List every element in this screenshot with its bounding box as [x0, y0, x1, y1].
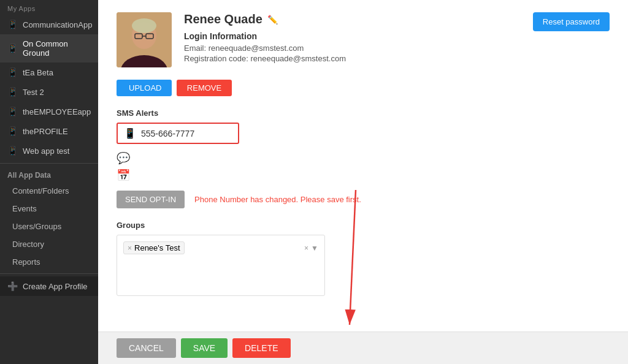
- all-app-data-label: All App Data: [0, 166, 98, 182]
- plus-icon: ➕: [7, 281, 18, 291]
- groups-select-inner: × Renee's Test × ▼: [121, 239, 321, 257]
- send-optin-area: SEND OPT-IN Phone Number has changed. Pl…: [117, 191, 610, 208]
- sidebar-sub-label: Directory: [12, 240, 44, 249]
- sidebar-divider: [0, 163, 98, 164]
- cancel-button[interactable]: CANCEL: [117, 338, 176, 358]
- registration-row: Registration code: reneequade@smstest.co…: [184, 54, 521, 63]
- sidebar-item-reports[interactable]: Reports: [0, 253, 98, 271]
- sidebar-divider-2: [0, 273, 98, 274]
- phone-icon-2: 📱: [7, 44, 18, 53]
- sidebar-item-label: On Common Ground: [23, 39, 91, 58]
- phone-icon-3: 📱: [7, 67, 18, 77]
- sidebar-sub-label: Reports: [12, 257, 40, 267]
- sidebar-item-test2[interactable]: 📱 Test 2: [0, 82, 98, 102]
- groups-dropdown-controls: × ▼: [304, 244, 318, 252]
- group-tag-label: Renee's Test: [134, 243, 180, 252]
- phone-icon-7: 📱: [7, 146, 18, 156]
- profile-info: Renee Quade ✏️ Login Information Email: …: [184, 12, 521, 64]
- svg-point-3: [132, 18, 156, 33]
- sidebar-item-tea-beta[interactable]: 📱 tEa Beta: [0, 63, 98, 82]
- sidebar-item-users-groups[interactable]: Users/Groups: [0, 218, 98, 235]
- sidebar-item-label: Web app test: [23, 146, 69, 156]
- sidebar-item-on-common-ground[interactable]: 📱 On Common Ground: [0, 34, 98, 63]
- groups-clear-icon[interactable]: ×: [304, 244, 308, 252]
- sidebar-item-label: theEMPLOYEEapp: [23, 107, 91, 116]
- phone-field-icon: 📱: [124, 127, 136, 139]
- phone-input[interactable]: [141, 129, 227, 138]
- phone-icon-6: 📱: [7, 126, 18, 136]
- save-button[interactable]: SAVE: [181, 338, 228, 358]
- email-row: Email: reneequade@smstest.com: [184, 44, 521, 53]
- avatar-svg: [117, 12, 172, 67]
- sms-alerts-label: SMS Alerts: [117, 108, 610, 118]
- edit-icon[interactable]: ✏️: [267, 15, 278, 25]
- phone-input-wrapper: 📱: [117, 123, 239, 144]
- profile-name-row: Renee Quade ✏️: [184, 12, 521, 26]
- sidebar: My Apps 📱 CommunicationApp 📱 On Common G…: [0, 0, 98, 364]
- sidebar-item-communicationapp[interactable]: 📱 CommunicationApp: [0, 15, 98, 34]
- sidebar-item-events[interactable]: Events: [0, 200, 98, 218]
- bottom-actions: CANCEL SAVE DELETE: [98, 332, 628, 364]
- profile-header: Renee Quade ✏️ Login Information Email: …: [117, 12, 610, 67]
- groups-tags-container: × Renee's Test: [123, 241, 185, 254]
- sms-extra-icons: 💬 📅: [117, 151, 610, 182]
- upload-button[interactable]: UPLOAD: [117, 80, 172, 96]
- sidebar-item-directory[interactable]: Directory: [0, 235, 98, 253]
- send-optin-button[interactable]: SEND OPT-IN: [117, 191, 185, 208]
- login-info-title: Login Information: [184, 31, 521, 41]
- sidebar-item-employee-app[interactable]: 📱 theEMPLOYEEapp: [0, 102, 98, 121]
- delete-button[interactable]: DELETE: [232, 338, 290, 358]
- phone-icon: 📱: [7, 20, 18, 29]
- sidebar-item-label: CommunicationApp: [23, 20, 92, 29]
- main-content: Renee Quade ✏️ Login Information Email: …: [98, 0, 628, 357]
- group-tag: × Renee's Test: [123, 241, 185, 254]
- phone-icon-4: 📱: [7, 87, 18, 97]
- chat-icon: 💬: [117, 151, 610, 165]
- create-profile-label: Create App Profile: [23, 282, 88, 291]
- phone-changed-message: Phone Number has changed. Please save fi…: [194, 195, 361, 204]
- sidebar-sub-label: Users/Groups: [12, 222, 61, 231]
- sidebar-item-label: tEa Beta: [23, 68, 53, 77]
- main-wrapper: Renee Quade ✏️ Login Information Email: …: [98, 0, 628, 364]
- phone-icon-5: 📱: [7, 107, 18, 116]
- calendar-icon: 📅: [117, 169, 610, 182]
- chevron-down-icon[interactable]: ▼: [311, 244, 318, 252]
- sidebar-sub-label: Events: [12, 204, 37, 213]
- sidebar-item-label: thePROFILE: [23, 127, 68, 136]
- groups-section: Groups × Renee's Test × ▼: [117, 221, 610, 296]
- sidebar-item-the-profile[interactable]: 📱 thePROFILE: [0, 121, 98, 141]
- sidebar-item-label: Test 2: [23, 88, 44, 97]
- registration-label: Registration code:: [184, 54, 248, 63]
- sidebar-item-web-app-test[interactable]: 📱 Web app test: [0, 141, 98, 161]
- photo-action-buttons: UPLOAD REMOVE: [117, 80, 610, 96]
- profile-photo: [117, 12, 172, 67]
- sidebar-item-content-folders[interactable]: Content/Folders: [0, 182, 98, 200]
- create-app-profile-item[interactable]: ➕ Create App Profile: [0, 276, 98, 296]
- email-label: Email:: [184, 44, 206, 53]
- reset-password-button[interactable]: Reset password: [533, 12, 610, 31]
- group-tag-remove[interactable]: ×: [128, 244, 132, 252]
- groups-select-box[interactable]: × Renee's Test × ▼: [117, 235, 325, 296]
- email-value: reneequade@smstest.com: [209, 44, 304, 53]
- registration-value: reneequade@smstest.com: [250, 54, 346, 63]
- profile-name-text: Renee Quade: [184, 12, 262, 26]
- my-apps-label: My Apps: [0, 0, 98, 15]
- remove-button[interactable]: REMOVE: [177, 80, 232, 96]
- groups-label: Groups: [117, 221, 610, 230]
- sidebar-sub-label: Content/Folders: [12, 186, 69, 195]
